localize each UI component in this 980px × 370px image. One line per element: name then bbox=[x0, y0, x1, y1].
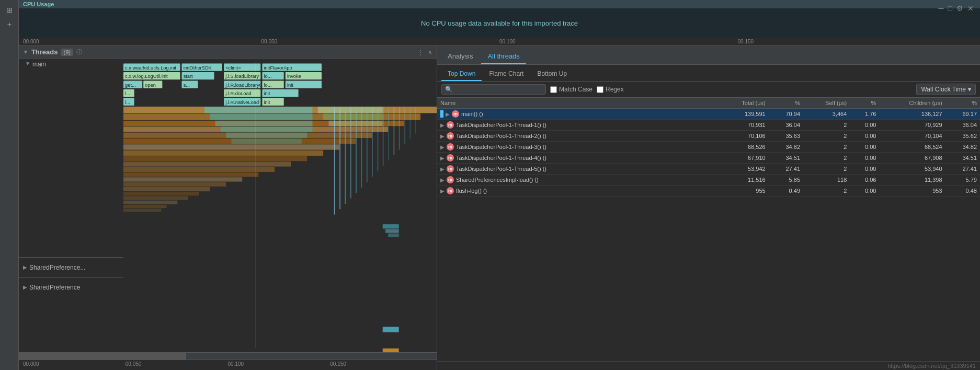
row-expand-icon[interactable]: ▶ bbox=[440, 166, 445, 172]
svg-rect-91 bbox=[383, 327, 399, 332]
svg-text:init: init bbox=[264, 91, 270, 96]
svg-rect-85 bbox=[409, 107, 411, 139]
regex-label[interactable]: Regex bbox=[597, 86, 624, 93]
cell-total-pct: 36.04 bbox=[769, 120, 803, 131]
svg-rect-74 bbox=[350, 107, 351, 199]
threads-header-actions: ⋮ ∧ bbox=[417, 49, 432, 56]
table-row[interactable]: ▶mflush-log() ()9550.4920.009530.48 bbox=[437, 186, 980, 196]
threads-more-icon[interactable]: ⋮ bbox=[417, 49, 424, 56]
row-expand-icon[interactable]: ▶ bbox=[440, 122, 445, 128]
svg-text:j.l.S.loadLibrary: j.l.S.loadLibrary bbox=[225, 74, 259, 79]
table-row[interactable]: ▶mmain() ()139,59170.943,4641.76136,1276… bbox=[437, 109, 980, 120]
info-icon: ⓘ bbox=[76, 48, 82, 56]
svg-rect-81 bbox=[388, 107, 389, 160]
close-button[interactable]: ✕ bbox=[967, 4, 974, 13]
cell-self-us: 2 bbox=[803, 186, 850, 196]
maximize-button[interactable]: □ bbox=[948, 4, 952, 13]
match-case-checkbox[interactable] bbox=[550, 86, 557, 93]
svg-rect-52 bbox=[123, 167, 275, 172]
threads-header: ▼ Threads (9) ⓘ ⋮ ∧ bbox=[19, 46, 437, 59]
col-self-us[interactable]: Self (μs) bbox=[803, 98, 850, 109]
cell-self-pct: 1.76 bbox=[850, 109, 879, 120]
table-row[interactable]: ▶mTaskDispatcherPool-1-Thread-2() ()70,1… bbox=[437, 131, 980, 142]
thread-icon: m bbox=[447, 121, 454, 129]
svg-rect-70 bbox=[328, 121, 382, 126]
cpu-chart-area: No CPU usage data available for this imp… bbox=[19, 8, 980, 38]
analysis-table[interactable]: Name Total (μs) % Self (μs) % Children (… bbox=[437, 98, 980, 361]
table-row[interactable]: ▶mSharedPreferencesImpl-load() ()11,5165… bbox=[437, 175, 980, 186]
row-expand-icon[interactable]: ▶ bbox=[440, 144, 445, 150]
row-expand-icon[interactable]: ▶ bbox=[446, 111, 450, 117]
table-body: ▶mmain() ()139,59170.943,4641.76136,1276… bbox=[437, 109, 980, 196]
svg-rect-69 bbox=[323, 113, 383, 120]
thread-icon: m bbox=[447, 143, 454, 151]
cpu-time-0: 00.000 bbox=[23, 39, 261, 44]
col-children-us[interactable]: Children (μs) bbox=[879, 98, 945, 109]
table-row[interactable]: ▶mTaskDispatcherPool-1-Thread-3() ()68,5… bbox=[437, 142, 980, 153]
cell-total-us: 67,910 bbox=[718, 153, 768, 164]
shared1-collapse-arrow[interactable]: ▶ bbox=[23, 264, 27, 270]
cell-children-us: 53,940 bbox=[879, 164, 945, 175]
regex-checkbox[interactable] bbox=[597, 86, 603, 93]
sub-tab-bottom-up[interactable]: Bottom Up bbox=[531, 67, 573, 81]
name-cell: ▶mSharedPreferencesImpl-load() () bbox=[440, 176, 715, 183]
flame-chart-canvas[interactable]: c.x.wearkid.utils.Log.init initOtherSDK … bbox=[123, 59, 437, 352]
tab-analysis[interactable]: Analysis bbox=[441, 49, 479, 64]
svg-rect-76 bbox=[361, 107, 362, 188]
scroll-thumb[interactable] bbox=[19, 353, 186, 360]
name-cell: ▶mTaskDispatcherPool-1-Thread-4() () bbox=[440, 154, 715, 161]
layout-icon[interactable]: ⊞ bbox=[4, 4, 15, 16]
cell-name: ▶mTaskDispatcherPool-1-Thread-5() () bbox=[437, 164, 718, 175]
main-collapse-arrow[interactable]: ▼ bbox=[25, 61, 30, 66]
sub-tab-flame-chart[interactable]: Flame Chart bbox=[483, 67, 530, 81]
tab-all-threads[interactable]: All threads bbox=[481, 49, 526, 64]
thread-icon: m bbox=[447, 187, 454, 194]
col-total-us[interactable]: Total (μs) bbox=[718, 98, 768, 109]
cell-self-pct: 0.00 bbox=[850, 164, 879, 175]
search-input[interactable] bbox=[455, 86, 542, 93]
thread-name-text: TaskDispatcherPool-1-Thread-4() () bbox=[456, 155, 546, 161]
thread-name-text: main() () bbox=[461, 111, 483, 117]
svg-rect-63 bbox=[210, 113, 312, 120]
settings-button[interactable]: ⚙ bbox=[956, 4, 963, 13]
svg-rect-80 bbox=[383, 107, 384, 166]
row-expand-icon[interactable]: ▶ bbox=[440, 188, 445, 194]
footer-url: https://blog.csdn.net/qq_31339141 bbox=[437, 361, 980, 370]
svg-rect-53 bbox=[123, 172, 258, 177]
svg-text:initOtherSDK: initOtherSDK bbox=[184, 65, 212, 71]
col-total-pct[interactable]: % bbox=[769, 98, 803, 109]
table-row[interactable]: ▶mTaskDispatcherPool-1-Thread-5() ()53,9… bbox=[437, 164, 980, 175]
match-case-label[interactable]: Match Case bbox=[550, 86, 592, 93]
col-name[interactable]: Name bbox=[437, 98, 718, 109]
shared2-collapse-arrow[interactable]: ▶ bbox=[23, 284, 27, 290]
svg-rect-61 bbox=[123, 209, 161, 212]
sub-tab-top-down[interactable]: Top Down bbox=[441, 67, 482, 81]
wall-clock-dropdown[interactable]: Wall Clock Time ▾ bbox=[916, 84, 976, 95]
search-box[interactable]: 🔍 bbox=[441, 84, 546, 95]
col-self-pct[interactable]: % bbox=[850, 98, 879, 109]
name-cell: ▶mTaskDispatcherPool-1-Thread-2() () bbox=[440, 132, 715, 140]
svg-rect-58 bbox=[123, 196, 188, 200]
svg-rect-86 bbox=[415, 107, 416, 134]
cell-children-pct: 34.51 bbox=[945, 153, 980, 164]
table-row[interactable]: ▶mTaskDispatcherPool-1-Thread-1() ()70,9… bbox=[437, 120, 980, 131]
threads-collapse-icon[interactable]: ∧ bbox=[428, 49, 432, 56]
search-icon: 🔍 bbox=[445, 86, 453, 93]
table-row[interactable]: ▶mTaskDispatcherPool-1-Thread-4() ()67,9… bbox=[437, 153, 980, 164]
minimize-button[interactable]: ─ bbox=[939, 4, 944, 13]
row-expand-icon[interactable]: ▶ bbox=[440, 155, 445, 161]
threads-scroll-bar[interactable] bbox=[19, 352, 437, 360]
cell-self-pct: 0.00 bbox=[850, 186, 879, 196]
threads-collapse-arrow[interactable]: ▼ bbox=[23, 49, 28, 55]
svg-text:start: start bbox=[184, 74, 193, 79]
row-expand-icon[interactable]: ▶ bbox=[440, 133, 445, 139]
cell-total-pct: 34.82 bbox=[769, 142, 803, 153]
svg-rect-88 bbox=[385, 229, 399, 233]
col-children-pct[interactable]: % bbox=[945, 98, 980, 109]
svg-rect-49 bbox=[123, 151, 323, 156]
name-cell: ▶mTaskDispatcherPool-1-Thread-1() () bbox=[440, 121, 715, 129]
highlight-bar bbox=[440, 110, 443, 118]
row-expand-icon[interactable]: ▶ bbox=[440, 177, 445, 183]
cell-self-us: 2 bbox=[803, 153, 850, 164]
add-icon[interactable]: ＋ bbox=[4, 19, 15, 30]
